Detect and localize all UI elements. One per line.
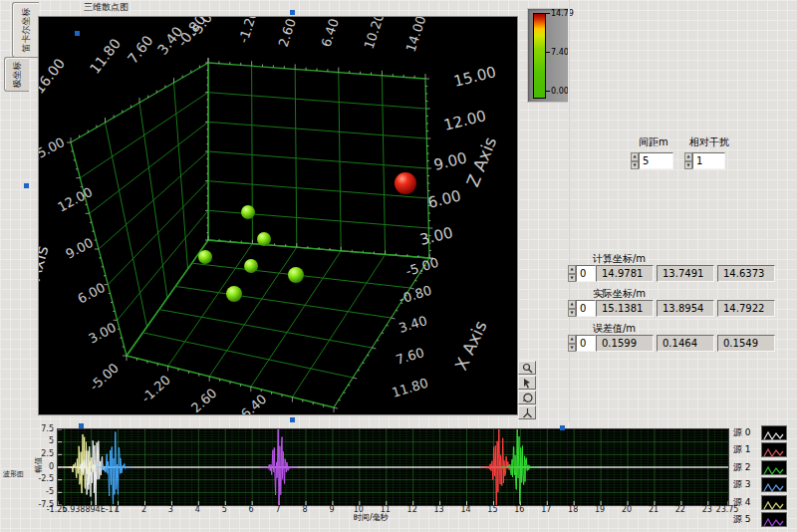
wave-xtick-label: 22 (675, 505, 685, 514)
z-axis-left-tick-label: 15.00 (39, 134, 67, 165)
tab-polar-coordinates[interactable]: 极坐标 (4, 57, 29, 92)
axes-tool-icon (522, 407, 533, 418)
spacing-input[interactable]: 5 (639, 152, 673, 169)
3d-grid-line (168, 244, 253, 367)
3d-axis-tick (387, 326, 389, 327)
zoom-tool-button[interactable] (518, 361, 536, 375)
scatter-point-green[interactable] (226, 286, 242, 302)
interference-input[interactable]: 1 (692, 152, 725, 169)
wave-ytick-label: 7.5 (32, 424, 54, 433)
rotate-tool-button[interactable] (518, 391, 536, 404)
scatter-point-green[interactable] (288, 267, 304, 283)
decrement-icon[interactable]: ▼ (568, 274, 576, 283)
wave-xtick-label: 23 (702, 505, 712, 514)
z-axis-left-tick-label: 3.00 (86, 320, 119, 347)
y-bottom-tick-label: 6.40 (238, 392, 270, 414)
increment-icon[interactable]: ▲ (684, 152, 692, 161)
x-axis-tick-label: -0.80 (397, 283, 433, 307)
3d-axis-tick (344, 393, 346, 394)
spacing-control[interactable]: ▲▼ 5 (631, 152, 673, 169)
readout-label: 计算坐标/m (593, 252, 646, 266)
x-axis-tick-label: 7.60 (394, 345, 425, 368)
3d-axis-tick (396, 311, 398, 312)
wave-ytick-label: 5 (32, 436, 54, 445)
tab-polar-label: 极坐标 (11, 61, 24, 88)
legend-waveform-icon (761, 512, 787, 527)
legend-item-3[interactable]: 源 3 (733, 477, 787, 492)
readout-value: 14.6373 (717, 265, 775, 282)
tab-cartesian-coordinates[interactable]: 笛卡尔坐标 (12, 2, 39, 58)
selection-handle[interactable] (79, 423, 84, 428)
increment-icon[interactable]: ▲ (568, 265, 576, 274)
scatter-point-green[interactable] (198, 250, 212, 264)
y-axis-tick-label: 7.60 (125, 32, 156, 66)
increment-icon[interactable]: ▲ (568, 300, 576, 309)
tab-cartesian-label: 笛卡尔坐标 (20, 8, 33, 53)
decrement-icon[interactable]: ▼ (684, 161, 692, 170)
index-input[interactable]: 0 (576, 300, 596, 317)
readout-index-control[interactable]: ▲▼0 (568, 300, 596, 317)
interference-control[interactable]: ▲▼ 1 (684, 152, 725, 169)
waveform-graph-label: 波形图 (3, 469, 24, 479)
pan-tool-button[interactable] (518, 376, 536, 390)
wave-xtick-label: 2 (141, 505, 146, 514)
z-axis-tick-label: 9.00 (432, 148, 469, 174)
legend-item-1[interactable]: 源 1 (733, 442, 787, 457)
legend-item-2[interactable]: 源 2 (733, 460, 787, 475)
readout-value: 13.7491 (657, 265, 714, 282)
wave-xtick-label: 18 (568, 505, 578, 514)
scatter-point-green[interactable] (257, 232, 271, 246)
wave-ytick-label: -5 (32, 487, 54, 496)
3d-axis-tick (358, 371, 360, 372)
readout-index-control[interactable]: ▲▼0 (568, 265, 596, 282)
index-spinner[interactable]: ▲▼ (568, 265, 576, 282)
z-axis-left-tick-label: 6.00 (75, 280, 108, 307)
increment-icon[interactable]: ▲ (568, 335, 576, 344)
axes-tool-button[interactable] (518, 405, 536, 419)
wave-xtick-label: 19 (595, 505, 605, 514)
decrement-icon[interactable]: ▼ (568, 344, 576, 353)
readout-value: 14.9781 (596, 265, 654, 282)
x-top-tick-label: 2.60 (276, 17, 299, 49)
legend-item-0[interactable]: 源 0 (733, 425, 787, 440)
selection-handle[interactable] (290, 417, 295, 422)
3d-axis-tick (368, 356, 370, 357)
3d-scatter-plot[interactable]: 15.0012.009.006.003.00-5.00-0.803.407.60… (38, 16, 518, 415)
interference-spinner[interactable]: ▲▼ (684, 152, 692, 169)
x-axis-tick-label: -5.00 (403, 255, 440, 279)
rotate-tool-icon (522, 393, 533, 403)
wave-xtick-label: 6.938894E-17 (62, 505, 118, 514)
spacing-spinner[interactable]: ▲▼ (631, 152, 639, 169)
3d-axis-tick (372, 348, 376, 349)
wave-xtick-label: 20 (622, 505, 632, 514)
selection-handle[interactable] (24, 183, 29, 188)
waveform-plot-canvas[interactable] (57, 428, 729, 506)
pan-tool-icon (522, 378, 533, 389)
zoom-tool-icon (522, 363, 533, 374)
scatter-point-green[interactable] (241, 205, 255, 219)
decrement-icon[interactable]: ▼ (568, 309, 576, 318)
wave-ytick-label: -2.5 (32, 474, 54, 483)
3d-axis-tick (339, 400, 341, 401)
selection-handle[interactable] (75, 31, 80, 36)
y-bottom-tick-label: 2.60 (188, 386, 220, 414)
selection-handle[interactable] (290, 10, 295, 15)
legend-item-5[interactable]: 源 5 (733, 512, 787, 527)
decrement-icon[interactable]: ▼ (631, 161, 639, 170)
readout-index-control[interactable]: ▲▼0 (568, 335, 596, 352)
3d-plot-canvas[interactable]: 15.0012.009.006.003.00-5.00-0.803.407.60… (39, 17, 517, 414)
index-spinner[interactable]: ▲▼ (568, 300, 576, 317)
scatter-point-green[interactable] (244, 259, 258, 273)
scatter-point-red[interactable] (395, 172, 416, 194)
wave-xtick-label: 16 (514, 505, 524, 514)
index-spinner[interactable]: ▲▼ (568, 335, 576, 352)
legend-item-4[interactable]: 源 4 (733, 495, 787, 510)
increment-icon[interactable]: ▲ (631, 152, 639, 161)
wave-ytick-label: 2.5 (32, 449, 54, 458)
index-input[interactable]: 0 (576, 265, 596, 282)
index-input[interactable]: 0 (576, 335, 596, 352)
wave-xtick-label: 3 (168, 505, 173, 514)
y-bottom-tick-label: -5.00 (87, 361, 122, 395)
selection-handle[interactable] (560, 425, 565, 430)
3d-graph-title: 三维散点图 (84, 1, 129, 14)
